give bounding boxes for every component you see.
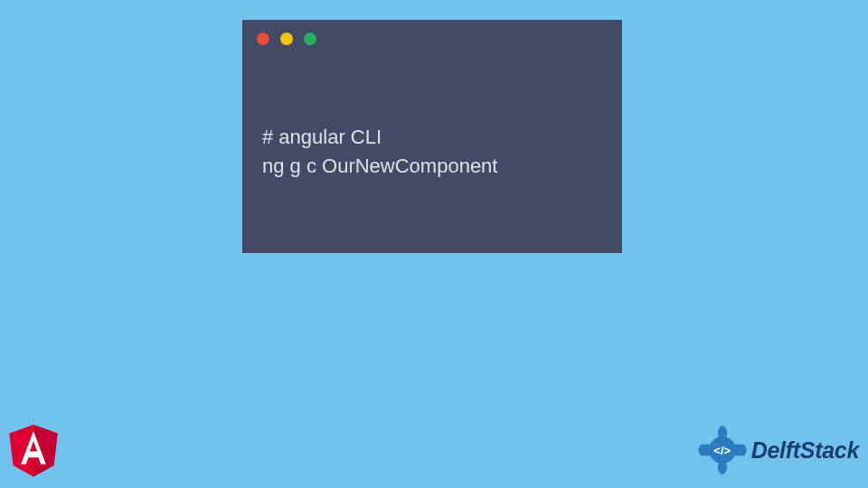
maximize-icon [304, 33, 316, 45]
terminal-line: # angular CLI [262, 123, 602, 152]
terminal-body: # angular CLI ng g c OurNewComponent [242, 52, 622, 181]
angular-logo-icon [7, 425, 60, 481]
terminal-titlebar [242, 20, 622, 52]
terminal-window: # angular CLI ng g c OurNewComponent [242, 20, 622, 253]
code-icon: </> [709, 436, 736, 464]
minimize-icon [280, 33, 293, 45]
close-icon [257, 33, 269, 45]
terminal-line: ng g c OurNewComponent [262, 152, 602, 181]
delftstack-logo: </> DelftStack [697, 425, 859, 475]
delftstack-brand-text: DelftStack [751, 437, 859, 464]
delftstack-badge-icon: </> [697, 425, 748, 475]
